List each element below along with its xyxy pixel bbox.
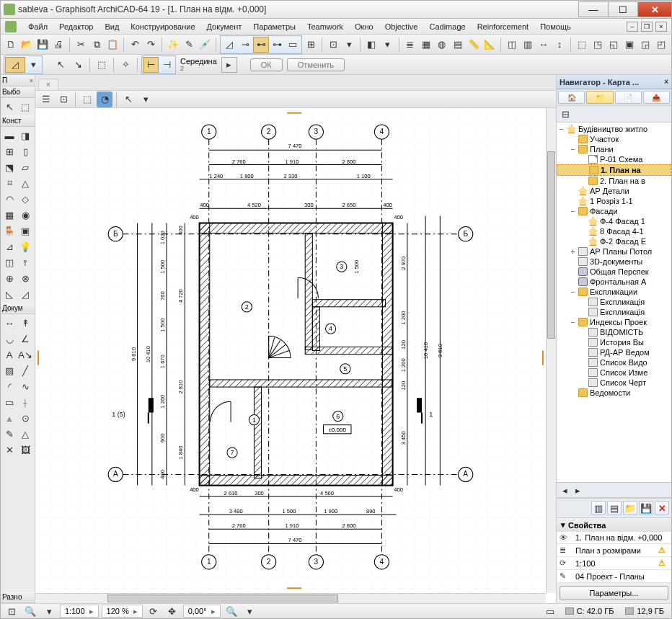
- zoom-extents-icon[interactable]: 🔍: [22, 603, 38, 619]
- tree-item[interactable]: ВІДОМІСТЬ: [557, 327, 671, 337]
- menu-reinforcement[interactable]: Reinforcement: [472, 21, 535, 32]
- stair-tool-icon[interactable]: ⌗: [1, 175, 17, 191]
- redo-icon[interactable]: ↷: [143, 37, 158, 53]
- tree-item[interactable]: +АР Планы Потол: [557, 246, 671, 257]
- zone-tool-icon[interactable]: ▣: [17, 223, 33, 239]
- menu-window[interactable]: Окно: [349, 21, 379, 32]
- tree-item[interactable]: Список Видо: [557, 357, 671, 368]
- tree-item[interactable]: 3D-документы: [557, 257, 671, 267]
- nav-tab-layout[interactable]: 📄: [615, 91, 642, 104]
- panel-close-icon[interactable]: ×: [30, 77, 33, 84]
- cancel-button[interactable]: Отменить: [287, 58, 345, 71]
- scale-field[interactable]: 1:100▸: [60, 605, 99, 618]
- props-btn-2[interactable]: ▤: [607, 501, 622, 515]
- door-tool-icon[interactable]: ◨: [17, 128, 33, 143]
- layers-icon[interactable]: ≣: [402, 37, 417, 53]
- render-icon[interactable]: ◰: [654, 37, 668, 53]
- props-new-folder-icon[interactable]: 📁: [623, 501, 637, 515]
- level-dim-tool-icon[interactable]: ↟: [17, 315, 33, 331]
- beam-tool-icon[interactable]: ⬔: [1, 159, 17, 175]
- prop-row-name[interactable]: 👁 1. План на відм. +0,000: [557, 532, 671, 544]
- lamp-tool-icon[interactable]: 💡: [17, 239, 33, 254]
- tree-item[interactable]: −Експликации: [557, 287, 671, 297]
- tray-icon[interactable]: ▭: [542, 603, 558, 619]
- drawing-canvas[interactable]: 11 22 33 44 ББ АА: [35, 108, 546, 593]
- align-v-icon[interactable]: ↕: [552, 37, 567, 53]
- module-icon[interactable]: ⊡: [326, 37, 340, 53]
- figure-tool-icon[interactable]: 🖼: [17, 442, 33, 458]
- navigator-close-icon[interactable]: ×: [664, 78, 668, 86]
- snap-mode-5[interactable]: ▭: [285, 37, 301, 53]
- section-tool-icon[interactable]: ⟊: [17, 394, 33, 410]
- prop-row-scale[interactable]: ⟳ 1:100 ⚠: [557, 557, 671, 570]
- arrow-dropdown-icon[interactable]: ▾: [25, 57, 41, 73]
- drawing-tool-icon[interactable]: ▭: [1, 394, 17, 410]
- dropdown-arrow-icon[interactable]: ▾: [380, 37, 394, 53]
- props-delete-icon[interactable]: ✕: [655, 501, 669, 515]
- worksheet-icon[interactable]: ▣: [622, 37, 637, 53]
- skylight-tool-icon[interactable]: ◇: [17, 191, 33, 207]
- window-tool-icon[interactable]: ⊞: [1, 143, 17, 159]
- hotspot-tool-icon[interactable]: ✕: [1, 442, 17, 458]
- morph-tool-icon[interactable]: ◉: [17, 207, 33, 223]
- wall-ref-2[interactable]: ⊣: [159, 57, 174, 73]
- new-icon[interactable]: 🗋: [4, 37, 18, 53]
- shell-tool-icon[interactable]: ◠: [1, 191, 17, 207]
- menu-teamwork[interactable]: Teamwork: [301, 21, 349, 32]
- tree-item[interactable]: Список Изме: [557, 368, 671, 378]
- horizontal-scrollbar[interactable]: [35, 593, 546, 603]
- menu-help[interactable]: Помощь: [534, 21, 577, 32]
- tree-item[interactable]: −Плани: [557, 144, 671, 154]
- tree-item[interactable]: Фронтальная А: [557, 277, 671, 287]
- zoom-field[interactable]: 120 %▸: [102, 605, 143, 618]
- snap-mode-1[interactable]: ◿: [221, 37, 237, 53]
- radial-dim-tool-icon[interactable]: ◡: [1, 331, 17, 347]
- play-icon[interactable]: ▸: [221, 57, 237, 73]
- zoom-selection-icon[interactable]: ⊡: [4, 603, 19, 619]
- mdi-restore-button[interactable]: ❐: [641, 22, 653, 32]
- detail-tool-icon[interactable]: ⊙: [17, 410, 33, 426]
- maximize-button[interactable]: ☐: [608, 1, 638, 17]
- nav-tree-mode-icon[interactable]: ⊟: [559, 107, 572, 120]
- ok-button[interactable]: ОК: [250, 58, 283, 71]
- slab-tool-icon[interactable]: ▱: [17, 159, 33, 175]
- tree-item[interactable]: −Индексы Проек: [557, 317, 671, 327]
- menu-view[interactable]: Вид: [99, 21, 125, 32]
- marquee-line-icon[interactable]: ⬚: [79, 92, 95, 107]
- railing-tool-icon[interactable]: ⫯: [17, 254, 33, 270]
- polyline-tool-icon[interactable]: ∿: [17, 378, 33, 394]
- arrow-tool-icon[interactable]: ↖: [1, 99, 17, 115]
- document-tab-close[interactable]: ×: [38, 79, 58, 90]
- favorites-icon[interactable]: ✧: [118, 57, 133, 73]
- snap-mode-4[interactable]: ⊶: [269, 37, 285, 53]
- panel-title-more[interactable]: Разно: [1, 592, 35, 603]
- align-icon[interactable]: ◫: [505, 37, 519, 53]
- cursor-icon[interactable]: ↖: [120, 92, 136, 107]
- prop-row-penset[interactable]: ✎ 04 Проект - Планы: [557, 570, 671, 583]
- copy-icon[interactable]: ⧉: [89, 37, 104, 53]
- tree-item[interactable]: 1 Розріз 1-1: [557, 196, 671, 206]
- tree-root[interactable]: − Будівництво житло: [557, 124, 671, 134]
- panel-title-1b[interactable]: Выбо: [1, 86, 35, 98]
- properties-header[interactable]: ▾Свойства: [557, 518, 671, 532]
- nav-tab-publisher[interactable]: 📤: [643, 91, 670, 104]
- save-icon[interactable]: 💾: [35, 37, 50, 53]
- marquee-tool-icon[interactable]: ⬚: [17, 99, 33, 115]
- arc-tool-icon[interactable]: ◜: [1, 378, 17, 394]
- dropdown-arrow-icon[interactable]: ▾: [342, 37, 356, 53]
- navigator-tree[interactable]: − Будівництво житло Участок−ПланиР-01 Сх…: [557, 123, 671, 482]
- label-tool-icon[interactable]: A↘: [17, 347, 33, 362]
- tree-item[interactable]: 1. План на: [557, 164, 671, 176]
- panel-title-1[interactable]: П×: [1, 75, 35, 86]
- dropdown-icon[interactable]: ▾: [138, 92, 154, 107]
- marquee-icon[interactable]: ⬚: [94, 57, 110, 73]
- mdi-minimize-button[interactable]: –: [627, 22, 638, 32]
- zoom-dropdown-icon[interactable]: ▾: [41, 603, 57, 619]
- column-tool-icon[interactable]: ▯: [17, 143, 33, 159]
- section-icon[interactable]: ⬚: [575, 37, 589, 53]
- line-tool-icon[interactable]: ╱: [17, 362, 33, 378]
- tree-item[interactable]: История Вы: [557, 337, 671, 347]
- vertical-scrollbar[interactable]: [546, 108, 556, 593]
- wall-ref-1[interactable]: ⊢: [143, 57, 159, 73]
- tree-item[interactable]: Р-01 Схема: [557, 154, 671, 164]
